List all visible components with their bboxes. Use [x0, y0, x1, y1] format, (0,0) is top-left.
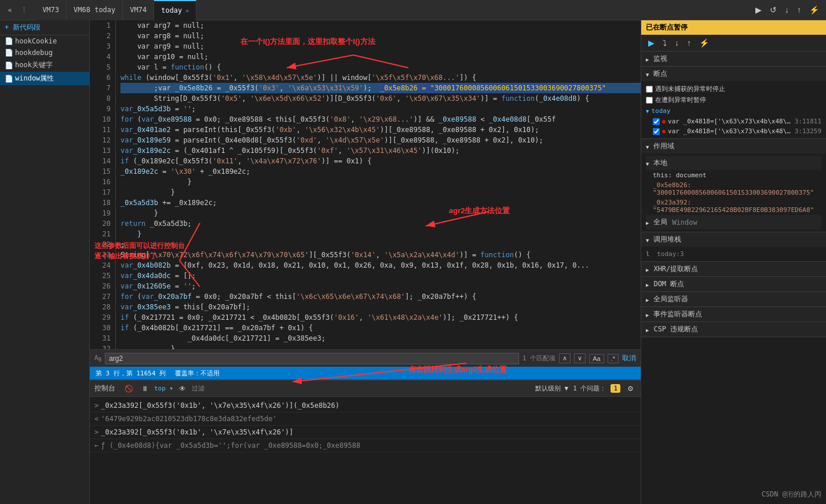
code-line-13: if (_0x189e2c[_0x55f3('0x11', '\x4a\x47\…: [120, 156, 641, 166]
step-into-btn[interactable]: ↓: [673, 37, 681, 49]
global-listeners-title[interactable]: 全局监听器: [641, 292, 826, 306]
new-snippet-btn[interactable]: + 新代码段: [0, 20, 89, 35]
code-content[interactable]: 1234567891011121314151617181920212223242…: [90, 20, 641, 349]
bp-text-1: var _0x4818=['\x63\x73\x4b\x48\x77\x71\x…: [668, 127, 792, 135]
console-pause-btn[interactable]: ⏸: [139, 384, 151, 394]
line-num-21: 22: [90, 239, 111, 250]
console-level[interactable]: 默认级别 ▼: [535, 384, 568, 393]
debug-play-icon[interactable]: ▶: [753, 4, 764, 16]
line-num-18: 19: [90, 208, 111, 218]
code-editor: 在一个I()方法里面，这里扣取整个I()方法 agr2生成方法位置 这些参数后面…: [90, 20, 641, 349]
line-num-9: 10: [90, 114, 111, 125]
search-cancel-btn[interactable]: 取消: [622, 353, 636, 363]
deactivate-icon[interactable]: ⚡: [807, 4, 821, 16]
global-listeners-label: 全局监听器: [653, 294, 688, 304]
bp-item-0[interactable]: ●var _0x4818=['\x63\x73\x4b\x48\x77\x71\…: [646, 116, 821, 126]
console-content: >_0x23a392[_0x55f3('0x1b', '\x7e\x35\x4f…: [90, 397, 641, 504]
step-up-icon[interactable]: ↑: [795, 4, 803, 16]
local-vars: this: document _0x5e8b26: "3000176000856…: [646, 170, 821, 215]
code-line-6: ;var _0x5e8b26 = _0x55f3('0x3', '\x6a\x5…: [120, 83, 641, 93]
step-out-btn[interactable]: ↑: [685, 37, 693, 49]
console-title: 控制台: [94, 384, 115, 393]
sidebar-item-2[interactable]: 📄hook关键字: [0, 59, 89, 72]
scope-title[interactable]: 作用域: [641, 139, 826, 154]
resume-btn[interactable]: ▶: [646, 37, 657, 49]
search-aa-btn[interactable]: Aa: [589, 354, 604, 363]
code-line-1: var arg8 = null;: [120, 31, 641, 41]
console-eye-btn[interactable]: 👁: [177, 384, 188, 394]
bp-item-1[interactable]: ●var _0x4818=['\x63\x73\x4b\x48\x77\x71\…: [646, 126, 821, 136]
scope-chevron: [646, 143, 649, 151]
line-num-0: 1: [90, 20, 111, 31]
search-input[interactable]: [105, 353, 519, 364]
console-line-1: <'6479e929b2ac0210523db178c8e3da832efed5…: [90, 412, 641, 426]
console-toolbar: 🚫 ⏸ top ▾ 👁 过滤: [122, 384, 204, 394]
bp-dot-0: ●: [662, 118, 666, 125]
xhr-title[interactable]: XHR/提取断点: [641, 262, 826, 276]
console-prompt-0: >: [94, 400, 98, 411]
code-line-28: if (_0x217721 = 0x0; _0x217721 < _0x4b08…: [120, 312, 641, 323]
tab-vm74[interactable]: VM74: [123, 0, 154, 20]
search-label-ab: AB: [94, 354, 101, 363]
console-clear-btn[interactable]: 🚫: [122, 384, 136, 394]
bp-checkbox-exception[interactable]: [646, 97, 653, 104]
tab-vm73[interactable]: VM73: [35, 0, 67, 20]
search-next-btn[interactable]: ∨: [574, 353, 586, 363]
csp-title[interactable]: CSP 违规断点: [641, 322, 826, 337]
deactivate-bp-btn[interactable]: ⚡: [697, 37, 711, 49]
step-down-icon[interactable]: ↓: [783, 4, 791, 16]
code-line-14: _0x189e2c = '\x30' + _0x189e2c;: [120, 166, 641, 177]
line-num-7: 8: [90, 93, 111, 104]
search-prev-btn[interactable]: ∧: [559, 353, 571, 363]
bp-option-1[interactable]: 遇到未捕获的异常时停止: [646, 83, 821, 94]
search-regex-btn[interactable]: .*: [608, 354, 619, 363]
global-label: 全局: [653, 217, 667, 227]
line-num-12: 13: [90, 145, 111, 156]
tab-close-today[interactable]: ✕: [185, 8, 189, 14]
expand-btn[interactable]: «: [5, 5, 15, 14]
line-num-8: 9: [90, 104, 111, 114]
line-num-22: 23: [90, 250, 111, 260]
console-settings-btn[interactable]: ⚙: [625, 384, 636, 394]
event-listeners-title[interactable]: 事件监听器断点: [641, 307, 826, 322]
status-row-col: 第 3 行，第 11654 列: [96, 369, 166, 378]
line-num-31: 32: [90, 344, 111, 349]
line-num-25: 26: [90, 281, 111, 291]
callstack-title[interactable]: 调用堆栈: [641, 232, 826, 247]
paused-banner: 已在断点暂停: [641, 20, 826, 35]
tab-vm68today[interactable]: VM68 today: [67, 0, 123, 20]
bp-file-header: today: [646, 105, 821, 116]
line-num-29: 30: [90, 323, 111, 333]
console-line-2: >_0x23a392[_0x55f3('0x1b', '\x7e\x35\x4f…: [90, 426, 641, 439]
step-over-btn[interactable]: ⤵: [660, 37, 669, 49]
console-line-3: ←ƒ (_0x4e08d8){var _0x5a5d3b='';for(var …: [90, 439, 641, 452]
global-title[interactable]: 全局 Window: [646, 215, 821, 229]
bp-checkbox-uncaught[interactable]: [646, 86, 653, 93]
code-line-29: if (_0x4b082b[_0x217721] == _0x20a7bf + …: [120, 323, 641, 333]
bp-item-checkbox-0[interactable]: [653, 118, 660, 125]
callstack-content: l today:3: [641, 247, 826, 261]
menu-btn[interactable]: ⋮: [17, 5, 31, 15]
breakpoints-title[interactable]: 断点: [641, 67, 826, 81]
watch-title[interactable]: 监视: [641, 52, 826, 66]
code-line-20: }: [120, 229, 641, 239]
search-match-count: 1 个匹配项: [522, 354, 555, 363]
xhr-section: XHR/提取断点: [641, 262, 826, 277]
local-title[interactable]: 本地: [646, 156, 821, 170]
bp-option-2[interactable]: 在遭到异常时暂停: [646, 94, 821, 105]
callstack-item-active[interactable]: l today:3: [646, 249, 821, 259]
code-line-18: }: [120, 208, 641, 218]
scope-content: 本地 this: document _0x5e8b26: "3000176000…: [641, 154, 826, 232]
bp-file-chevron: [646, 107, 649, 115]
bp-item-checkbox-1[interactable]: [653, 128, 660, 135]
refresh-icon[interactable]: ↺: [767, 4, 779, 16]
sidebar-item-3[interactable]: 📄window属性: [0, 72, 89, 85]
console-prompt-3: ←: [94, 440, 98, 451]
dom-title[interactable]: DOM 断点: [641, 277, 826, 291]
tab-today[interactable]: today ✕: [154, 0, 196, 20]
code-line-3: var arg10 = null;: [120, 52, 641, 62]
console-text-3: ƒ (_0x4e08d8){var _0x5a5d3b='';for(var _…: [101, 440, 636, 451]
sidebar-item-1[interactable]: 📄hookdebug: [0, 47, 89, 59]
sidebar-item-0[interactable]: 📄hookCookie: [0, 35, 89, 47]
editor-console-wrapper: 在一个I()方法里面，这里扣取整个I()方法 agr2生成方法位置 这些参数后面…: [90, 20, 641, 504]
